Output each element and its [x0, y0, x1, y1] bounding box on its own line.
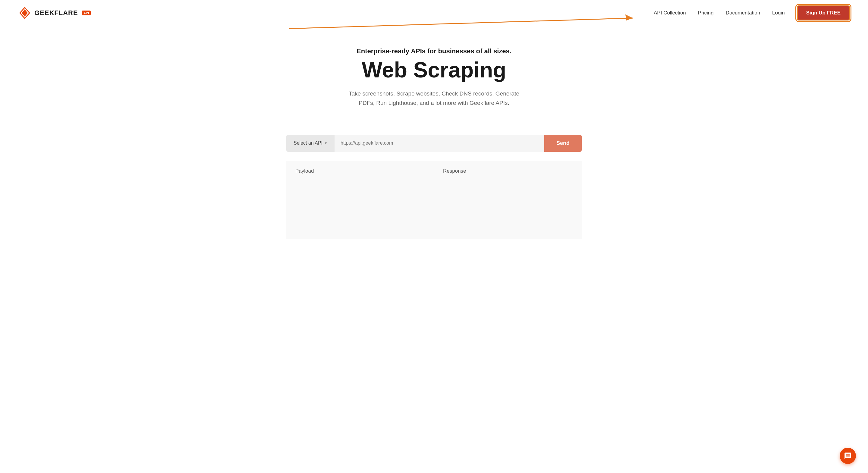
- chat-fab-button[interactable]: [840, 448, 856, 464]
- response-panel: Response: [434, 161, 582, 239]
- site-header: GEEKFLARE API API Collection Pricing Doc…: [0, 0, 868, 26]
- logo-area: GEEKFLARE API: [18, 6, 91, 20]
- nav-pricing[interactable]: Pricing: [698, 10, 714, 16]
- nav-documentation[interactable]: Documentation: [726, 10, 760, 16]
- select-api-dropdown[interactable]: Select an API ▾: [286, 135, 335, 152]
- logo-text: GEEKFLARE: [34, 9, 78, 17]
- geekflare-logo-icon: [18, 6, 31, 20]
- hero-title: Web Scraping: [6, 58, 862, 82]
- hero-section: Enterprise-ready APIs for businesses of …: [0, 26, 868, 135]
- panels-row: Payload Response: [286, 161, 582, 239]
- hero-description: Take screenshots, Scrape websites, Check…: [341, 89, 527, 107]
- signup-button[interactable]: Sign Up FREE: [797, 5, 850, 21]
- payload-panel: Payload: [286, 161, 434, 239]
- nav-login[interactable]: Login: [772, 10, 785, 16]
- api-input-row: Select an API ▾ Send: [286, 135, 582, 152]
- api-badge: API: [82, 10, 91, 15]
- chat-icon: [844, 452, 852, 460]
- nav-api-collection[interactable]: API Collection: [654, 10, 686, 16]
- response-label: Response: [443, 168, 466, 174]
- api-url-input[interactable]: [335, 135, 544, 152]
- payload-label: Payload: [296, 168, 314, 174]
- select-api-label: Select an API: [293, 140, 322, 146]
- hero-subtitle: Enterprise-ready APIs for businesses of …: [6, 47, 862, 55]
- send-button[interactable]: Send: [544, 135, 582, 152]
- chevron-down-icon: ▾: [325, 141, 327, 145]
- main-nav: API Collection Pricing Documentation Log…: [654, 5, 850, 21]
- api-tester: Select an API ▾ Send Payload Response: [268, 135, 600, 239]
- svg-marker-4: [625, 14, 633, 21]
